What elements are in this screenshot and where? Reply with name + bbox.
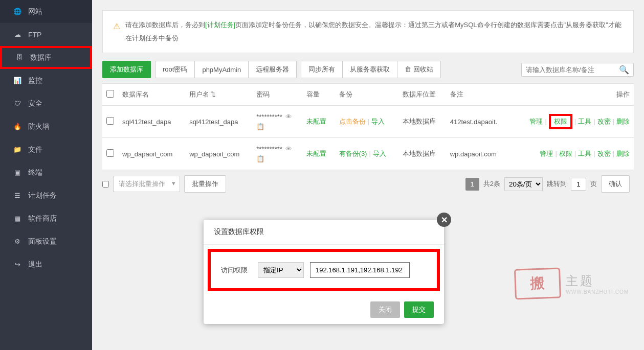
cloud-icon: ☁ xyxy=(13,30,22,39)
cell-remark: 412test.dapaoit. xyxy=(446,106,510,138)
search-input[interactable] xyxy=(526,66,619,74)
search-box[interactable]: 🔍 xyxy=(521,63,634,77)
database-table: 数据库名 用户名⇅ 密码 容量 备份 数据库位置 备注 操作 sql412tes… xyxy=(102,83,634,170)
trash-icon: 🗑 xyxy=(405,65,411,73)
row-checkbox[interactable] xyxy=(106,117,114,125)
action-manage[interactable]: 管理 xyxy=(540,150,553,157)
btn-group-sync: 同步所有 从服务器获取 🗑回收站 xyxy=(301,61,441,78)
modal-footer: 关闭 提交 xyxy=(204,295,444,324)
sidebar-item-label: FTP xyxy=(28,31,41,39)
ip-input[interactable] xyxy=(310,262,410,278)
col-remark: 备注 xyxy=(446,84,510,106)
access-label: 访问权限 xyxy=(221,266,252,275)
recycle-bin-button[interactable]: 🗑回收站 xyxy=(397,61,441,78)
modal-close-button[interactable]: ✕ xyxy=(437,213,451,227)
chart-icon: 📊 xyxy=(13,76,22,85)
import-link[interactable]: 导入 xyxy=(373,150,386,157)
phpmyadmin-button[interactable]: phpMyAdmin xyxy=(194,61,249,78)
database-icon: 🗄 xyxy=(15,53,24,62)
root-password-button[interactable]: root密码 xyxy=(155,61,195,78)
sidebar-item-terminal[interactable]: ▣ 终端 xyxy=(0,161,92,184)
sidebar-item-monitor[interactable]: 📊 监控 xyxy=(0,69,92,92)
action-permission[interactable]: 权限 xyxy=(559,150,572,157)
col-dbname: 数据库名 xyxy=(118,84,185,106)
copy-icon[interactable]: 📋 xyxy=(256,123,298,130)
modal-submit-button[interactable]: 提交 xyxy=(404,301,434,318)
sidebar-item-ftp[interactable]: ☁ FTP xyxy=(0,23,92,46)
batch-select[interactable]: 请选择批量操作 ▾ xyxy=(113,176,180,192)
exit-icon: ↪ xyxy=(13,260,22,269)
copy-icon[interactable]: 📋 xyxy=(256,155,298,162)
eye-icon[interactable]: 👁 xyxy=(285,145,292,153)
eye-icon[interactable]: 👁 xyxy=(285,113,292,121)
sidebar-item-store[interactable]: ▦ 软件商店 xyxy=(0,207,92,230)
cell-remark: wp.dapaoit.com xyxy=(446,138,510,170)
quota-link[interactable]: 未配置 xyxy=(306,150,326,157)
sidebar-item-firewall[interactable]: 🔥 防火墙 xyxy=(0,115,92,138)
search-icon[interactable]: 🔍 xyxy=(619,65,629,75)
sidebar-item-settings[interactable]: ⚙ 面板设置 xyxy=(0,230,92,253)
select-all-checkbox[interactable] xyxy=(106,90,114,98)
folder-icon: 📁 xyxy=(13,145,22,154)
action-delete[interactable]: 删除 xyxy=(616,118,630,125)
action-tools[interactable]: 工具 xyxy=(578,118,591,125)
sidebar-item-website[interactable]: 🌐 网站 xyxy=(0,0,92,23)
cell-dbname: wp_dapaoit_com xyxy=(118,138,185,170)
batch-action-button[interactable]: 批量操作 xyxy=(184,175,226,193)
table-row: wp_dapaoit_com wp_dapaoit_com **********… xyxy=(102,138,634,170)
backup-link[interactable]: 有备份(3) xyxy=(339,150,367,157)
modal-body: 访问权限 指定IP xyxy=(208,249,440,291)
jump-input[interactable] xyxy=(571,178,586,191)
col-username[interactable]: 用户名⇅ xyxy=(185,84,252,106)
alert-banner: ⚠ 请在添加数据库后，务必到[计划任务]页面添加定时备份任务，以确保您的数据安全… xyxy=(102,10,634,53)
cell-username: sql412test_dapa xyxy=(185,106,252,138)
sidebar-item-logout[interactable]: ↪ 退出 xyxy=(0,253,92,276)
table-row: sql412test_dapa sql412test_dapa ********… xyxy=(102,106,634,138)
access-type-select[interactable]: 指定IP xyxy=(258,262,304,278)
btn-group-admin: root密码 phpMyAdmin 远程服务器 xyxy=(155,61,297,78)
quota-link[interactable]: 未配置 xyxy=(306,118,326,125)
cell-username: wp_dapaoit_com xyxy=(185,138,252,170)
jump-label: 跳转到 xyxy=(547,179,567,189)
page-size-select[interactable]: 20条/页 xyxy=(504,177,543,191)
import-link[interactable]: 导入 xyxy=(371,118,385,125)
action-delete[interactable]: 删除 xyxy=(616,150,630,157)
globe-icon: 🌐 xyxy=(13,7,22,16)
total-count: 共2条 xyxy=(483,179,500,189)
cell-password: **********👁 📋 xyxy=(252,106,302,138)
cell-location: 本地数据库 xyxy=(398,138,446,170)
sync-all-button[interactable]: 同步所有 xyxy=(301,61,343,78)
sidebar-item-security[interactable]: 🛡 安全 xyxy=(0,92,92,115)
alert-text: 请在添加数据库后，务必到[计划任务]页面添加定时备份任务，以确保您的数据安全。温… xyxy=(125,18,623,45)
sidebar: 🌐 网站 ☁ FTP 🗄 数据库 📊 监控 🛡 安全 🔥 防火墙 📁 文件 ▣ … xyxy=(0,0,92,350)
remote-server-button[interactable]: 远程服务器 xyxy=(248,61,297,78)
watermark: 搬 主题 WWW.BANZHUTI.COM xyxy=(515,268,629,299)
batch-checkbox[interactable] xyxy=(102,181,109,188)
sidebar-item-cron[interactable]: ☰ 计划任务 xyxy=(0,184,92,207)
grid-icon: ▦ xyxy=(13,214,22,223)
warning-icon: ⚠ xyxy=(113,18,120,35)
add-database-button[interactable]: 添加数据库 xyxy=(102,61,151,78)
alert-link[interactable]: [计划任务] xyxy=(205,21,235,29)
fire-icon: 🔥 xyxy=(13,122,22,131)
backup-link[interactable]: 点击备份 xyxy=(339,118,366,125)
row-checkbox[interactable] xyxy=(106,149,114,157)
sidebar-item-label: 网站 xyxy=(28,7,42,16)
sidebar-item-database[interactable]: 🗄 数据库 xyxy=(0,46,92,69)
sidebar-item-label: 退出 xyxy=(28,260,42,269)
action-permission[interactable]: 权限 xyxy=(554,118,567,125)
fetch-from-server-button[interactable]: 从服务器获取 xyxy=(342,61,397,78)
watermark-stamp: 搬 xyxy=(514,267,561,299)
sidebar-item-files[interactable]: 📁 文件 xyxy=(0,138,92,161)
action-tools[interactable]: 工具 xyxy=(578,150,591,157)
sidebar-item-label: 文件 xyxy=(28,145,42,154)
list-icon: ☰ xyxy=(13,191,22,200)
action-changepwd[interactable]: 改密 xyxy=(597,118,611,125)
action-manage[interactable]: 管理 xyxy=(529,118,543,125)
modal-cancel-button[interactable]: 关闭 xyxy=(370,301,400,318)
sidebar-item-label: 防火墙 xyxy=(28,122,50,131)
col-quota: 容量 xyxy=(302,84,335,106)
jump-confirm-button[interactable]: 确认 xyxy=(601,175,630,193)
action-changepwd[interactable]: 改密 xyxy=(597,150,611,157)
col-location: 数据库位置 xyxy=(398,84,446,106)
